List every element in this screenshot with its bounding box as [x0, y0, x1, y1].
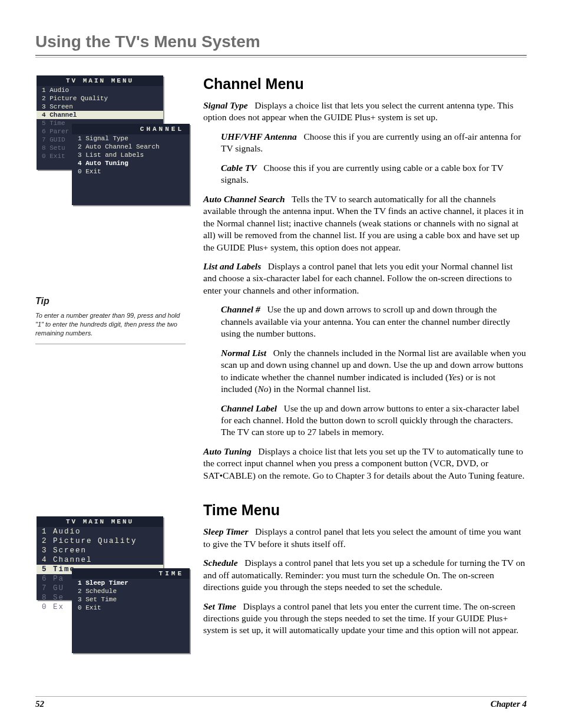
- page-number: 52: [35, 699, 44, 709]
- term-auto-tuning: Auto Tuning: [203, 446, 252, 456]
- osd2-sub-header: TIME: [72, 568, 190, 579]
- osd-row: 3 List and Labels: [72, 151, 190, 159]
- osd-row: 3 Screen: [37, 546, 163, 555]
- page-title: Using the TV's Menu System: [35, 32, 527, 51]
- term-channel-num: Channel #: [221, 304, 260, 314]
- term-signal-type: Signal Type: [203, 100, 248, 110]
- osd2-header: TV MAIN MENU: [37, 516, 163, 527]
- body-set-time: Displays a control panel that lets you e…: [203, 601, 518, 635]
- osd-row: 2 Auto Channel Search: [72, 143, 190, 151]
- p-auto-tuning: Auto Tuning Displays a choice list that …: [203, 446, 527, 482]
- rule-1: [35, 55, 527, 56]
- heading-time-menu: Time Menu: [203, 502, 527, 519]
- term-uhf: UHF/VHF Antenna: [221, 131, 297, 141]
- term-schedule: Schedule: [203, 558, 238, 568]
- yes-italic: Yes: [448, 372, 460, 382]
- osd-row: 1 Signal Type: [72, 134, 190, 143]
- osd-row: 4 Channel: [37, 111, 163, 119]
- heading-channel-menu: Channel Menu: [203, 75, 527, 93]
- tip-block: Tip To enter a number greater than 99, p…: [35, 296, 203, 344]
- term-sleep-timer: Sleep Timer: [203, 526, 248, 536]
- osd-row: 1 Sleep Timer: [72, 579, 190, 587]
- body-normal-list-3: ) in the Normal channel list.: [269, 384, 371, 394]
- rule-2: [35, 57, 527, 58]
- osd-row: 1 Audio: [37, 527, 163, 536]
- body-sleep-timer: Displays a control panel that lets you s…: [203, 526, 521, 548]
- osd-row: 0 Exit: [72, 167, 190, 176]
- term-set-time: Set Time: [203, 601, 236, 611]
- osd-row: 2 Picture Quality: [37, 536, 163, 546]
- osd-row: 4 Channel: [37, 555, 163, 565]
- osd-row: 0 Exit: [72, 604, 190, 612]
- osd-row: 2 Picture Quality: [37, 94, 163, 103]
- p-normal-list: Normal List Only the channels included i…: [203, 347, 527, 396]
- osd2-sub-rows: 1 Sleep Timer2 Schedule3 Set Time0 Exit: [72, 579, 190, 612]
- p-signal-type: Signal Type Displays a choice list that …: [203, 100, 527, 124]
- tip-rule: [35, 344, 186, 344]
- osd1-header: TV MAIN MENU: [37, 75, 163, 86]
- p-set-time: Set Time Displays a control panel that l…: [203, 601, 527, 637]
- osd-row: 4 Auto Tuning: [72, 159, 190, 167]
- p-channel-num: Channel # Use the up and down arrows to …: [203, 304, 527, 340]
- osd1-sub-header: CHANNEL: [72, 124, 190, 134]
- p-channel-label: Channel Label Use the up and down arrow …: [203, 403, 527, 439]
- osd-row: 3 Set Time: [72, 595, 190, 604]
- osd-row: 1 Audio: [37, 86, 163, 94]
- osd1-sub-rows: 1 Signal Type2 Auto Channel Search3 List…: [72, 134, 190, 176]
- term-list-labels: List and Labels: [203, 261, 261, 271]
- no-italic: No: [257, 384, 268, 394]
- p-uhf: UHF/VHF Antenna Choose this if you are c…: [203, 131, 527, 155]
- tip-heading: Tip: [35, 296, 187, 307]
- p-schedule: Schedule Displays a control panel that l…: [203, 557, 527, 593]
- tip-body: To enter a number greater than 99, press…: [35, 311, 187, 338]
- term-cable: Cable TV: [221, 163, 257, 173]
- p-auto-search: Auto Channel Search Tells the TV to sear…: [203, 193, 527, 253]
- body-auto-tuning: Displays a choice list that lets you set…: [203, 446, 524, 480]
- footer: 52 Chapter 4: [35, 696, 527, 709]
- p-cable: Cable TV Choose this if you are currentl…: [203, 162, 527, 186]
- p-list-labels: List and Labels Displays a control panel…: [203, 261, 527, 297]
- term-channel-label: Channel Label: [221, 403, 277, 413]
- body-signal-type: Displays a choice list that lets you sel…: [203, 100, 513, 122]
- body-cable: Choose this if you are currently using c…: [221, 163, 503, 185]
- chapter-label: Chapter 4: [491, 699, 527, 709]
- p-sleep-timer: Sleep Timer Displays a control panel tha…: [203, 526, 527, 550]
- osd-row: 3 Screen: [37, 103, 163, 111]
- body-channel-num: Use the up and down arrows to scroll up …: [221, 304, 510, 338]
- body-schedule: Displays a control panel that lets you s…: [203, 558, 525, 592]
- term-normal-list: Normal List: [221, 348, 266, 358]
- osd-row: 2 Schedule: [72, 587, 190, 595]
- term-auto-search: Auto Channel Search: [203, 194, 285, 204]
